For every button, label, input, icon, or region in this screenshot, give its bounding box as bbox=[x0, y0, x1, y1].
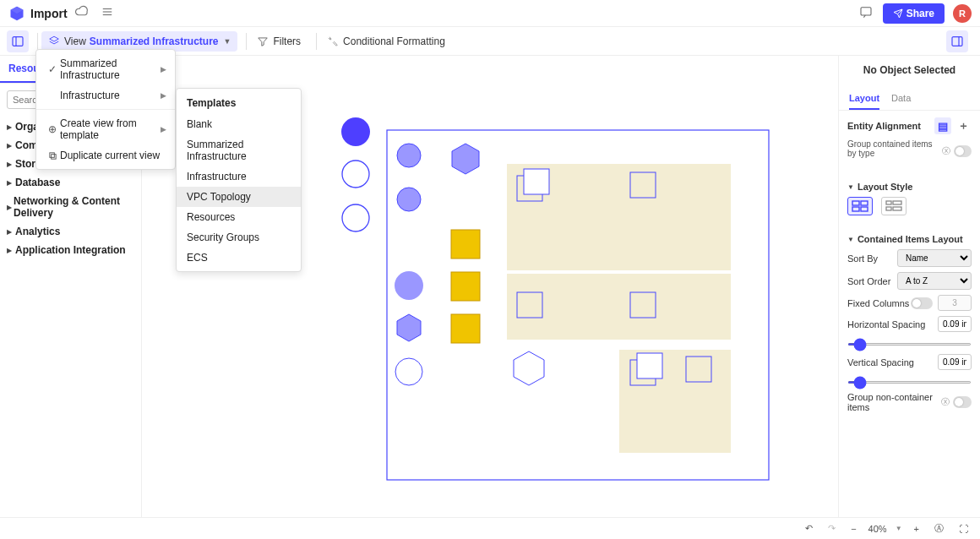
svg-rect-38 bbox=[852, 207, 859, 211]
template-item[interactable]: VPC Topology bbox=[177, 187, 301, 207]
templates-menu: Templates Blank Summarized Infrastructur… bbox=[176, 88, 302, 272]
add-icon[interactable]: ＋ bbox=[955, 117, 972, 134]
zoom-level[interactable]: 40% bbox=[868, 524, 887, 534]
layout-style-grid[interactable] bbox=[847, 197, 873, 215]
vspace-label: Vertical Spacing bbox=[847, 357, 914, 368]
hspace-input[interactable] bbox=[938, 316, 972, 332]
accessibility-icon[interactable]: Ⓐ bbox=[931, 520, 947, 536]
group-by-type-label: Group contained items by type bbox=[847, 139, 942, 158]
zoom-in-button[interactable]: + bbox=[911, 522, 923, 536]
sort-by-select[interactable]: Name bbox=[897, 249, 972, 267]
svg-rect-37 bbox=[861, 201, 868, 205]
view-label: View bbox=[64, 35, 86, 47]
svg-point-30 bbox=[395, 358, 422, 385]
svg-rect-14 bbox=[619, 350, 731, 453]
group-by-type-toggle[interactable] bbox=[954, 145, 972, 157]
copy-icon bbox=[45, 151, 60, 161]
svg-rect-34 bbox=[451, 272, 480, 301]
group-non-container-toggle[interactable] bbox=[953, 396, 972, 408]
chevron-right-icon: ▶ bbox=[161, 65, 166, 74]
template-item[interactable]: Summarized Infrastructure bbox=[177, 134, 301, 166]
svg-rect-35 bbox=[451, 314, 480, 343]
svg-rect-9 bbox=[51, 154, 55, 159]
layout-style-label: Layout Style bbox=[858, 182, 912, 192]
svg-rect-43 bbox=[893, 207, 901, 210]
filters-button[interactable]: Filters bbox=[250, 31, 308, 52]
group-non-container-label: Group non-container items bbox=[847, 392, 941, 412]
tree-item[interactable]: ▶Database bbox=[0, 173, 141, 192]
svg-point-23 bbox=[341, 117, 370, 146]
view-menu-item[interactable]: Infrastructure ▶ bbox=[36, 85, 175, 106]
filters-label: Filters bbox=[273, 35, 301, 47]
hspace-label: Horizontal Spacing bbox=[847, 319, 925, 329]
sort-by-label: Sort By bbox=[847, 253, 878, 264]
template-item[interactable]: Resources bbox=[177, 207, 301, 227]
comment-icon[interactable] bbox=[859, 5, 873, 21]
selection-header: No Object Selected bbox=[839, 56, 980, 88]
cloud-icon[interactable] bbox=[74, 4, 90, 22]
vspace-input[interactable] bbox=[938, 354, 972, 370]
tree-item[interactable]: ▶Analytics bbox=[0, 222, 141, 241]
hspace-slider[interactable] bbox=[847, 343, 972, 346]
app-logo bbox=[8, 5, 25, 22]
conditional-formatting-button[interactable]: Conditional Formatting bbox=[320, 31, 452, 52]
template-item[interactable]: Blank bbox=[177, 114, 301, 134]
conditional-label: Conditional Formatting bbox=[343, 35, 445, 47]
contained-layout-label: Contained Items Layout bbox=[858, 234, 963, 244]
left-panel-toggle[interactable] bbox=[7, 30, 29, 52]
svg-point-26 bbox=[397, 144, 421, 167]
svg-rect-3 bbox=[861, 8, 871, 15]
template-item[interactable]: ECS bbox=[177, 248, 301, 268]
tab-data[interactable]: Data bbox=[891, 88, 911, 110]
tab-layout[interactable]: Layout bbox=[849, 88, 879, 110]
svg-rect-16 bbox=[524, 169, 549, 194]
view-menu-item[interactable]: ✓ Summarized Infrastructure ▶ bbox=[36, 53, 175, 85]
tree-item[interactable]: ▶Networking & Content Delivery bbox=[0, 192, 141, 222]
view-name: Summarized Infrastructure bbox=[90, 35, 219, 47]
sort-order-select[interactable]: A to Z bbox=[897, 272, 972, 290]
sort-order-label: Sort Order bbox=[847, 276, 890, 286]
svg-rect-4 bbox=[13, 36, 23, 46]
templates-header: Templates bbox=[177, 92, 301, 114]
chevron-down-icon: ▼ bbox=[224, 37, 231, 46]
svg-point-6 bbox=[330, 38, 331, 39]
close-icon[interactable]: ⓧ bbox=[942, 145, 950, 157]
check-icon: ✓ bbox=[45, 63, 60, 75]
duplicate-view-menu-item[interactable]: Duplicate current view bbox=[36, 145, 175, 166]
hamburger-icon[interactable] bbox=[101, 6, 113, 20]
redo-button[interactable]: ↷ bbox=[825, 521, 839, 536]
chevron-down-icon: ▼ bbox=[896, 525, 902, 532]
close-icon[interactable]: ⓧ bbox=[941, 396, 950, 408]
align-left-icon[interactable]: ▤ bbox=[934, 117, 951, 134]
svg-rect-13 bbox=[507, 274, 731, 340]
fixed-cols-input[interactable] bbox=[938, 295, 972, 311]
fixed-cols-toggle[interactable] bbox=[911, 297, 933, 309]
template-item[interactable]: Infrastructure bbox=[177, 166, 301, 187]
svg-point-25 bbox=[342, 204, 369, 231]
template-item[interactable]: Security Groups bbox=[177, 227, 301, 248]
plus-circle-icon: ⊕ bbox=[45, 123, 60, 135]
svg-rect-40 bbox=[886, 201, 891, 204]
undo-button[interactable]: ↶ bbox=[802, 521, 816, 536]
chevron-right-icon: ▶ bbox=[161, 91, 166, 100]
svg-marker-31 bbox=[452, 144, 479, 174]
svg-rect-42 bbox=[886, 207, 891, 210]
svg-point-24 bbox=[342, 161, 369, 188]
svg-rect-41 bbox=[893, 201, 901, 204]
svg-rect-39 bbox=[861, 207, 868, 211]
svg-rect-36 bbox=[852, 201, 859, 205]
share-button[interactable]: Share bbox=[883, 3, 945, 24]
share-label: Share bbox=[906, 8, 934, 19]
right-panel-toggle[interactable] bbox=[946, 30, 968, 52]
create-view-menu-item[interactable]: ⊕ Create view from template ▶ bbox=[36, 113, 175, 145]
vspace-slider[interactable] bbox=[847, 381, 972, 384]
view-dropdown[interactable]: View Summarized Infrastructure ▼ bbox=[41, 31, 237, 52]
zoom-out-button[interactable]: − bbox=[847, 522, 859, 536]
layout-style-list[interactable] bbox=[881, 197, 906, 215]
fullscreen-icon[interactable]: ⛶ bbox=[956, 522, 972, 536]
svg-marker-29 bbox=[397, 314, 421, 341]
svg-rect-10 bbox=[49, 152, 54, 157]
avatar[interactable]: R bbox=[953, 4, 972, 23]
svg-rect-7 bbox=[952, 36, 962, 46]
tree-item[interactable]: ▶Application Integration bbox=[0, 241, 141, 259]
